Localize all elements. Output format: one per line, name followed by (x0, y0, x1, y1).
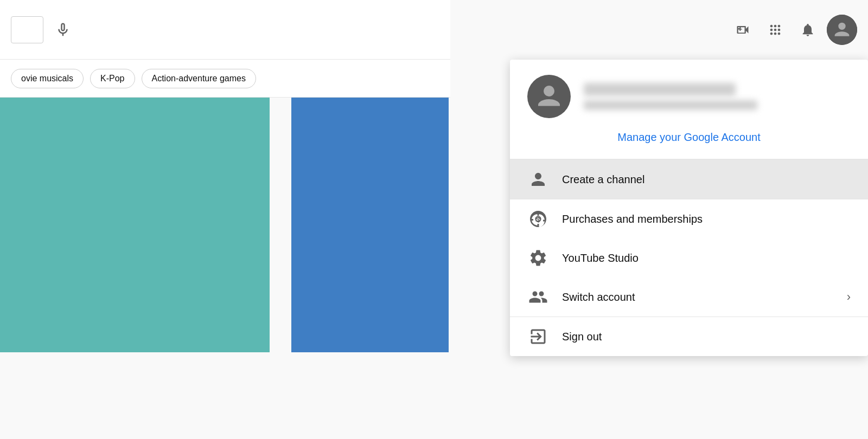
chip-games[interactable]: Action-adventure games (142, 69, 256, 88)
user-text (584, 83, 851, 110)
content-area (0, 98, 450, 439)
menu-item-purchases[interactable]: $ Purchases and memberships (510, 199, 868, 238)
chip-kpop[interactable]: K-Pop (90, 69, 135, 88)
manage-account-link[interactable]: Manage your Google Account (617, 131, 761, 144)
user-name-blurred (584, 83, 736, 96)
create-video-icon[interactable] (729, 16, 756, 43)
create-channel-label: Create a channel (562, 173, 851, 186)
menu-item-create-channel[interactable]: Create a channel (510, 160, 868, 199)
chip-musicals[interactable]: ovie musicals (11, 69, 84, 88)
svg-text:$: $ (537, 216, 540, 224)
svg-point-0 (838, 23, 845, 30)
svg-rect-4 (530, 288, 546, 290)
purchases-label: Purchases and memberships (562, 213, 851, 225)
switch-account-label: Switch account (562, 291, 834, 304)
sign-out-icon (527, 326, 549, 347)
mic-icon[interactable] (52, 19, 74, 41)
dollar-circle-icon: $ (527, 208, 549, 230)
sign-out-label: Sign out (562, 331, 851, 343)
switch-account-icon (527, 286, 549, 308)
header-right (450, 0, 868, 60)
user-avatar-button[interactable] (827, 15, 857, 45)
thumbnail-2[interactable] (291, 98, 449, 352)
svg-point-1 (544, 86, 554, 96)
menu-item-studio[interactable]: YouTube Studio (510, 238, 868, 277)
user-email-blurred (584, 100, 757, 110)
chevron-right-icon: › (847, 290, 851, 304)
user-info-row (527, 75, 851, 118)
chips-row: ovie musicals K-Pop Action-adventure gam… (0, 60, 450, 98)
thumbnail-1[interactable] (0, 98, 270, 352)
studio-label: YouTube Studio (562, 252, 851, 264)
search-box[interactable] (11, 16, 43, 43)
gear-settings-icon (527, 247, 549, 269)
notifications-bell-icon[interactable] (794, 16, 821, 43)
account-dropdown: Manage your Google Account Create a chan… (510, 60, 868, 356)
header-left (0, 0, 450, 60)
user-avatar-large (527, 75, 571, 118)
menu-item-switch-account[interactable]: Switch account › (510, 277, 868, 317)
person-add-icon (527, 169, 549, 190)
apps-grid-icon[interactable] (762, 16, 789, 43)
user-section: Manage your Google Account (510, 60, 868, 159)
menu-item-sign-out[interactable]: Sign out (510, 317, 868, 356)
